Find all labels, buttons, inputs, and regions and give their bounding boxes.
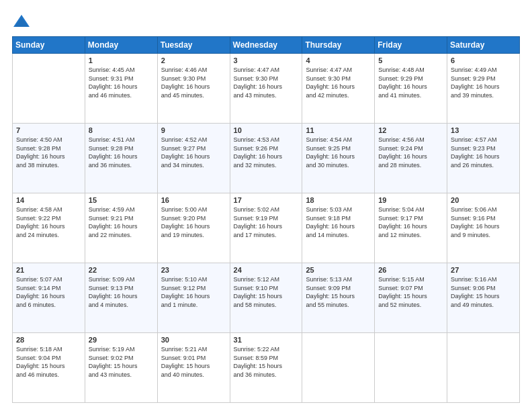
day-info: Sunrise: 4:52 AM Sunset: 9:27 PM Dayligh… bbox=[161, 136, 226, 169]
day-number: 31 bbox=[234, 336, 299, 344]
logo bbox=[12, 12, 34, 31]
day-number: 6 bbox=[451, 56, 516, 64]
day-number: 24 bbox=[234, 266, 299, 274]
calendar-table: SundayMondayTuesdayWednesdayThursdayFrid… bbox=[12, 36, 520, 403]
day-cell: 4Sunrise: 4:47 AM Sunset: 9:30 PM Daylig… bbox=[302, 54, 375, 124]
day-cell: 19Sunrise: 5:04 AM Sunset: 9:17 PM Dayli… bbox=[375, 193, 447, 263]
day-number: 23 bbox=[161, 266, 226, 274]
header-cell-tuesday: Tuesday bbox=[157, 37, 230, 54]
day-info: Sunrise: 5:13 AM Sunset: 9:09 PM Dayligh… bbox=[306, 275, 371, 309]
day-info: Sunrise: 4:46 AM Sunset: 9:30 PM Dayligh… bbox=[161, 66, 226, 99]
header-cell-saturday: Saturday bbox=[447, 37, 520, 54]
day-number: 20 bbox=[451, 196, 516, 204]
week-row-2: 7Sunrise: 4:50 AM Sunset: 9:28 PM Daylig… bbox=[13, 124, 520, 193]
day-info: Sunrise: 4:58 AM Sunset: 9:22 PM Dayligh… bbox=[16, 205, 81, 239]
day-info: Sunrise: 5:00 AM Sunset: 9:20 PM Dayligh… bbox=[161, 205, 226, 239]
day-cell: 7Sunrise: 4:50 AM Sunset: 9:28 PM Daylig… bbox=[13, 124, 85, 193]
day-info: Sunrise: 5:18 AM Sunset: 9:04 PM Dayligh… bbox=[16, 345, 81, 379]
header-cell-thursday: Thursday bbox=[302, 37, 375, 54]
day-cell: 18Sunrise: 5:03 AM Sunset: 9:18 PM Dayli… bbox=[302, 193, 375, 263]
day-cell: 16Sunrise: 5:00 AM Sunset: 9:20 PM Dayli… bbox=[157, 193, 230, 263]
day-info: Sunrise: 5:10 AM Sunset: 9:12 PM Dayligh… bbox=[161, 275, 226, 309]
day-number: 26 bbox=[378, 266, 443, 274]
day-info: Sunrise: 5:04 AM Sunset: 9:17 PM Dayligh… bbox=[378, 205, 443, 239]
day-cell: 9Sunrise: 4:52 AM Sunset: 9:27 PM Daylig… bbox=[157, 124, 230, 193]
day-info: Sunrise: 4:50 AM Sunset: 9:28 PM Dayligh… bbox=[16, 136, 81, 169]
day-info: Sunrise: 4:57 AM Sunset: 9:23 PM Dayligh… bbox=[451, 136, 516, 169]
day-info: Sunrise: 4:56 AM Sunset: 9:24 PM Dayligh… bbox=[378, 136, 443, 169]
day-info: Sunrise: 5:03 AM Sunset: 9:18 PM Dayligh… bbox=[306, 205, 371, 239]
day-cell: 11Sunrise: 4:54 AM Sunset: 9:25 PM Dayli… bbox=[302, 124, 375, 193]
day-cell bbox=[302, 333, 375, 403]
header-cell-sunday: Sunday bbox=[13, 37, 85, 54]
day-cell: 26Sunrise: 5:15 AM Sunset: 9:07 PM Dayli… bbox=[375, 263, 447, 333]
day-cell: 6Sunrise: 4:49 AM Sunset: 9:29 PM Daylig… bbox=[447, 54, 520, 124]
day-info: Sunrise: 4:54 AM Sunset: 9:25 PM Dayligh… bbox=[306, 136, 371, 169]
header-cell-friday: Friday bbox=[375, 37, 447, 54]
day-info: Sunrise: 5:06 AM Sunset: 9:16 PM Dayligh… bbox=[451, 205, 516, 239]
header-cell-wednesday: Wednesday bbox=[230, 37, 302, 54]
header-cell-monday: Monday bbox=[85, 37, 157, 54]
day-number: 25 bbox=[306, 266, 371, 274]
week-row-1: 1Sunrise: 4:45 AM Sunset: 9:31 PM Daylig… bbox=[13, 54, 520, 124]
day-cell: 5Sunrise: 4:48 AM Sunset: 9:29 PM Daylig… bbox=[375, 54, 447, 124]
day-info: Sunrise: 4:59 AM Sunset: 9:21 PM Dayligh… bbox=[89, 205, 154, 239]
day-cell: 20Sunrise: 5:06 AM Sunset: 9:16 PM Dayli… bbox=[447, 193, 520, 263]
day-cell: 23Sunrise: 5:10 AM Sunset: 9:12 PM Dayli… bbox=[157, 263, 230, 333]
day-info: Sunrise: 5:19 AM Sunset: 9:02 PM Dayligh… bbox=[89, 345, 154, 379]
day-info: Sunrise: 5:21 AM Sunset: 9:01 PM Dayligh… bbox=[161, 345, 226, 379]
day-cell: 14Sunrise: 4:58 AM Sunset: 9:22 PM Dayli… bbox=[13, 193, 85, 263]
logo-icon bbox=[12, 12, 31, 31]
day-info: Sunrise: 4:48 AM Sunset: 9:29 PM Dayligh… bbox=[378, 66, 443, 99]
day-number: 13 bbox=[451, 126, 516, 134]
day-info: Sunrise: 5:12 AM Sunset: 9:10 PM Dayligh… bbox=[234, 275, 299, 309]
day-cell bbox=[13, 54, 85, 124]
day-info: Sunrise: 5:02 AM Sunset: 9:19 PM Dayligh… bbox=[234, 205, 299, 239]
day-info: Sunrise: 4:45 AM Sunset: 9:31 PM Dayligh… bbox=[89, 66, 154, 99]
day-number: 28 bbox=[16, 336, 81, 344]
day-number: 12 bbox=[378, 126, 443, 134]
day-info: Sunrise: 4:53 AM Sunset: 9:26 PM Dayligh… bbox=[234, 136, 299, 169]
day-number: 4 bbox=[306, 56, 371, 64]
day-number: 5 bbox=[378, 56, 443, 64]
day-number: 1 bbox=[89, 56, 154, 64]
day-cell: 22Sunrise: 5:09 AM Sunset: 9:13 PM Dayli… bbox=[85, 263, 157, 333]
day-number: 8 bbox=[89, 126, 154, 134]
day-cell: 25Sunrise: 5:13 AM Sunset: 9:09 PM Dayli… bbox=[302, 263, 375, 333]
day-number: 14 bbox=[16, 196, 81, 204]
day-info: Sunrise: 4:49 AM Sunset: 9:29 PM Dayligh… bbox=[451, 66, 516, 99]
day-cell: 29Sunrise: 5:19 AM Sunset: 9:02 PM Dayli… bbox=[85, 333, 157, 403]
day-cell: 15Sunrise: 4:59 AM Sunset: 9:21 PM Dayli… bbox=[85, 193, 157, 263]
day-cell: 1Sunrise: 4:45 AM Sunset: 9:31 PM Daylig… bbox=[85, 54, 157, 124]
day-info: Sunrise: 4:47 AM Sunset: 9:30 PM Dayligh… bbox=[234, 66, 299, 99]
day-cell: 13Sunrise: 4:57 AM Sunset: 9:23 PM Dayli… bbox=[447, 124, 520, 193]
day-number: 29 bbox=[89, 336, 154, 344]
day-number: 21 bbox=[16, 266, 81, 274]
day-number: 15 bbox=[89, 196, 154, 204]
day-info: Sunrise: 5:09 AM Sunset: 9:13 PM Dayligh… bbox=[89, 275, 154, 309]
header-row: SundayMondayTuesdayWednesdayThursdayFrid… bbox=[13, 37, 520, 54]
day-cell: 21Sunrise: 5:07 AM Sunset: 9:14 PM Dayli… bbox=[13, 263, 85, 333]
day-cell: 17Sunrise: 5:02 AM Sunset: 9:19 PM Dayli… bbox=[230, 193, 302, 263]
day-number: 16 bbox=[161, 196, 226, 204]
day-number: 19 bbox=[378, 196, 443, 204]
week-row-3: 14Sunrise: 4:58 AM Sunset: 9:22 PM Dayli… bbox=[13, 193, 520, 263]
day-info: Sunrise: 5:22 AM Sunset: 8:59 PM Dayligh… bbox=[234, 345, 299, 379]
day-number: 2 bbox=[161, 56, 226, 64]
page: SundayMondayTuesdayWednesdayThursdayFrid… bbox=[0, 0, 532, 411]
day-cell: 8Sunrise: 4:51 AM Sunset: 9:28 PM Daylig… bbox=[85, 124, 157, 193]
day-cell: 10Sunrise: 4:53 AM Sunset: 9:26 PM Dayli… bbox=[230, 124, 302, 193]
day-cell bbox=[375, 333, 447, 403]
day-cell: 12Sunrise: 4:56 AM Sunset: 9:24 PM Dayli… bbox=[375, 124, 447, 193]
day-number: 27 bbox=[451, 266, 516, 274]
day-number: 30 bbox=[161, 336, 226, 344]
day-number: 7 bbox=[16, 126, 81, 134]
day-info: Sunrise: 5:07 AM Sunset: 9:14 PM Dayligh… bbox=[16, 275, 81, 309]
day-info: Sunrise: 4:47 AM Sunset: 9:30 PM Dayligh… bbox=[306, 66, 371, 99]
day-cell: 30Sunrise: 5:21 AM Sunset: 9:01 PM Dayli… bbox=[157, 333, 230, 403]
day-info: Sunrise: 5:16 AM Sunset: 9:06 PM Dayligh… bbox=[451, 275, 516, 309]
day-cell: 24Sunrise: 5:12 AM Sunset: 9:10 PM Dayli… bbox=[230, 263, 302, 333]
day-cell: 28Sunrise: 5:18 AM Sunset: 9:04 PM Dayli… bbox=[13, 333, 85, 403]
week-row-5: 28Sunrise: 5:18 AM Sunset: 9:04 PM Dayli… bbox=[13, 333, 520, 403]
day-number: 18 bbox=[306, 196, 371, 204]
